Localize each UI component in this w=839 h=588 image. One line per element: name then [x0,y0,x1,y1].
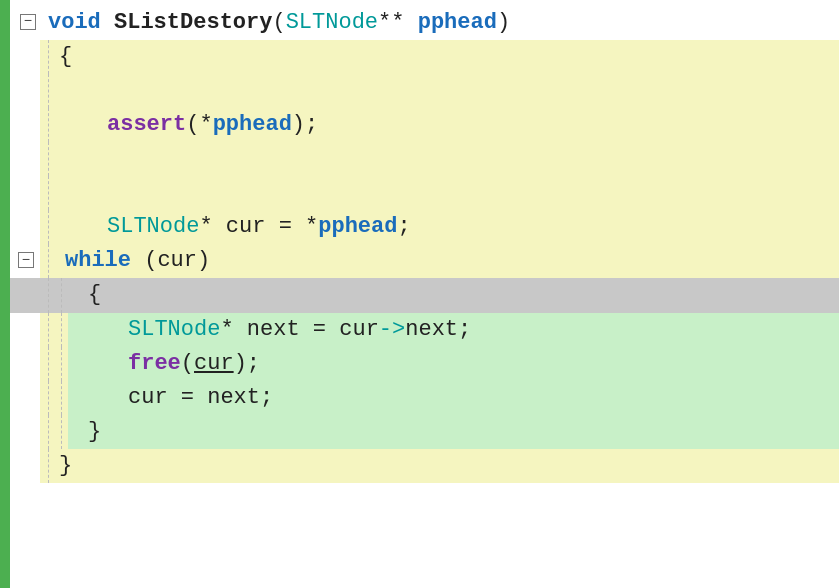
space-1 [101,6,114,40]
dashed-guide-13b [61,415,62,449]
line-content-8: while ( cur ) [55,244,839,278]
double-star: ** [378,6,418,40]
assert-close: ); [292,108,318,142]
param-pphead-3: pphead [318,210,397,244]
line-content-5 [55,142,839,176]
assign-op-3: = [168,381,208,415]
brace-close-inner: } [88,415,101,449]
semi-1: ; [397,210,410,244]
line-content-3 [55,74,839,108]
code-editor: − void SListDestory ( SLTNode ** pphead … [0,0,839,588]
dashed-guide-12a [48,381,49,415]
dashed-guide-11b [61,347,62,381]
ident-cur-1: cur [226,210,266,244]
brace-open-inner: { [88,278,101,312]
assign-op-1: = [265,210,305,244]
line-content-1: void SListDestory ( SLTNode ** pphead ) [44,6,839,40]
line-content-11: free ( cur ); [68,347,839,381]
line-14: } [10,449,839,483]
semi-3: ; [260,381,273,415]
line-content-6 [55,176,839,210]
fold-icon-minus-8[interactable]: − [18,252,34,268]
green-inner-region: { SLTNode * next = cur -> next [10,278,839,448]
type-sltnode-1: SLTNode [286,6,378,40]
ident-cur-3: cur [339,313,379,347]
line-7: SLTNode * cur = * pphead ; [10,210,839,244]
dashed-guide-6 [48,176,49,210]
line-4: assert ( * pphead ); [10,108,839,142]
fold-icon-minus-1[interactable]: − [20,14,36,30]
paren-close: ) [497,6,510,40]
dashed-guide-9a [48,278,49,312]
dashed-guide-11a [48,347,49,381]
line-9: { [10,278,839,312]
arrow-op: -> [379,313,405,347]
line-3 [10,74,839,108]
dashed-guide-9b [61,278,62,312]
star-space: * [199,210,225,244]
dashed-guide-4 [48,108,49,142]
deref-op-2: * [305,210,318,244]
code-area: − void SListDestory ( SLTNode ** pphead … [10,0,839,588]
keyword-while: while [65,244,131,278]
fold-gutter-8[interactable]: − [10,244,42,278]
line-6 [10,176,839,210]
type-sltnode-2: SLTNode [107,210,199,244]
dashed-guide-14 [48,449,49,483]
dashed-guide-12b [61,381,62,415]
fold-gutter-13 [10,415,42,449]
brace-open-outer: { [59,40,72,74]
keyword-void: void [48,6,101,40]
param-pphead-1: pphead [418,6,497,40]
line-12: cur = next ; [10,381,839,415]
keyword-assert: assert [107,108,186,142]
fold-gutter-3 [10,74,42,108]
line-content-9: { [68,278,839,312]
free-paren: ( [181,347,194,381]
line-2: { [10,40,839,74]
fold-gutter-9 [10,278,42,312]
dashed-guide-3 [48,74,49,108]
line-10: SLTNode * next = cur -> next ; [10,313,839,347]
line-content-12: cur = next ; [68,381,839,415]
line-1: − void SListDestory ( SLTNode ** pphead … [10,6,839,40]
line-13: } [10,415,839,449]
fold-gutter-5 [10,142,42,176]
paren-open: ( [272,6,285,40]
dashed-guide-7 [48,210,49,244]
line-11: free ( cur ); [10,347,839,381]
line-5 [10,142,839,176]
yellow-outer-region: { assert ( * pphead ); [10,40,839,483]
fold-gutter-14 [10,449,42,483]
fold-gutter-1[interactable]: − [12,6,44,40]
deref-op-1: * [199,108,212,142]
free-close: ); [234,347,260,381]
line-8: − while ( cur ) [10,244,839,278]
ident-next-3: next [207,381,260,415]
ident-next-2: next [405,313,458,347]
ident-next-1: next [247,313,300,347]
ident-cur-4: cur [128,381,168,415]
assert-paren: ( [186,108,199,142]
while-paren: ( [131,244,157,278]
fold-gutter-12 [10,381,42,415]
line-content-7: SLTNode * cur = * pphead ; [55,210,839,244]
line-content-2: { [55,40,839,74]
line-content-14: } [55,449,839,483]
fold-gutter-2 [10,40,42,74]
dashed-guide-10b [61,313,62,347]
left-accent-bar [0,0,10,588]
star-space-2: * [220,313,246,347]
line-content-13: } [68,415,839,449]
line-content-10: SLTNode * next = cur -> next ; [68,313,839,347]
while-close: ) [197,244,210,278]
brace-close-outer: } [59,449,72,483]
param-pphead-2: pphead [213,108,292,142]
type-sltnode-3: SLTNode [128,313,220,347]
fold-gutter-10 [10,313,42,347]
assign-op-2: = [300,313,340,347]
keyword-free: free [128,347,181,381]
fold-gutter-6 [10,176,42,210]
ident-cur-underline: cur [194,347,234,381]
fold-gutter-4 [10,108,42,142]
